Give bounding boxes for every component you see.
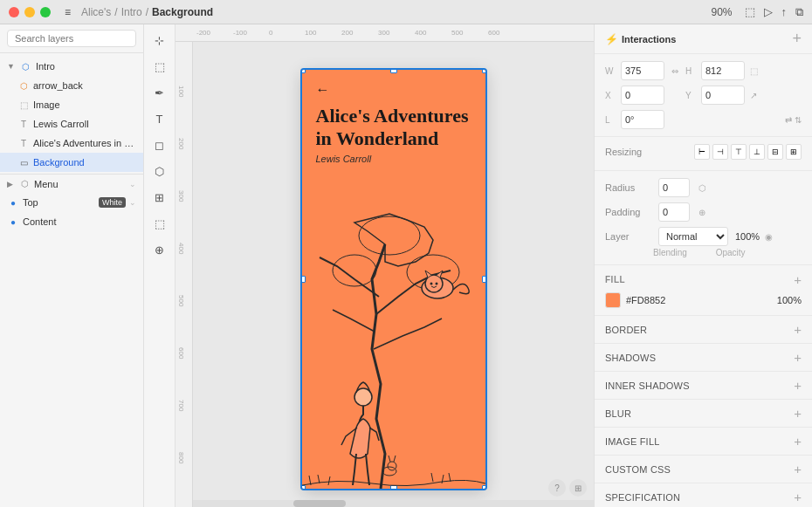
play-icon[interactable]: ▷ [764, 5, 773, 18]
shadows-row[interactable]: SHADOWS + [595, 343, 812, 371]
interactions-bar: ⚡ Interactions + [595, 24, 812, 54]
custom-css-row[interactable]: CUSTOM CSS + [595, 455, 812, 483]
fill-color-swatch[interactable] [605, 292, 621, 308]
settings-icon[interactable]: ⧉ [795, 5, 803, 19]
properties-section: Radius ⬡ Padding ⊕ Layer Normal Multiply… [595, 171, 812, 265]
layer-item-content[interactable]: ● Content [0, 212, 143, 231]
resize-bottom-btn[interactable]: ⊥ [749, 144, 765, 160]
canvas-content: ← Alice's Adventures in Wonderland Lewis… [193, 42, 594, 507]
layer-item-menu[interactable]: ▶ ⬡ Menu ⌄ [0, 174, 143, 193]
resize-fixed-btn[interactable]: ⊞ [786, 144, 802, 160]
canvas-area[interactable]: -200 -100 0 100 200 300 400 500 600 100 … [175, 24, 594, 507]
minimize-button[interactable] [24, 7, 35, 17]
tool-panel: ⊹ ⬚ ✒ T ◻ ⬡ ⊞ ⬚ ⊕ [144, 24, 175, 507]
blur-row[interactable]: BLUR + [595, 399, 812, 427]
rotation-input[interactable] [621, 110, 664, 129]
layer-item-background[interactable]: ▭ Background [0, 153, 143, 172]
resizing-label: Resizing [605, 147, 642, 157]
image-fill-row[interactable]: IMAGE FILL + [595, 427, 812, 455]
y-input[interactable] [701, 86, 745, 105]
zoom-tool[interactable]: ⊕ [148, 237, 172, 262]
layer-label: Menu [34, 179, 126, 189]
device-preview-icon[interactable]: ⬚ [745, 5, 755, 18]
layer-item-lewis[interactable]: T Lewis Carroll [0, 114, 143, 134]
scrollbar-thumb[interactable] [293, 500, 346, 507]
search-layers-input[interactable] [7, 30, 136, 47]
link-icon: ⇔ [671, 66, 678, 76]
book-illustration [302, 209, 485, 489]
layer-item-top[interactable]: ● Top White ⌄ [0, 193, 143, 212]
handle-top-mid[interactable] [390, 70, 397, 73]
fill-opacity-value[interactable]: 100% [777, 295, 802, 305]
add-specification-button[interactable]: + [794, 490, 802, 504]
phone-frame[interactable]: ← Alice's Adventures in Wonderland Lewis… [302, 70, 485, 489]
add-image-fill-button[interactable]: + [794, 434, 802, 449]
specification-row[interactable]: SPECIFICATION + [595, 483, 812, 507]
resize-top-btn[interactable]: ⊤ [731, 144, 747, 160]
image-icon: ⬚ [17, 99, 30, 111]
layer-blend-select[interactable]: Normal Multiply Screen [658, 227, 728, 246]
image-tool[interactable]: ⬚ [148, 211, 172, 236]
blending-opacity-label: Blending Opacity [605, 248, 802, 257]
handle-top-left[interactable] [302, 70, 306, 73]
ruler-tick: -100 [233, 29, 247, 37]
add-shadow-button[interactable]: + [794, 350, 802, 365]
add-inner-shadow-button[interactable]: + [794, 378, 802, 393]
close-button[interactable] [9, 7, 19, 17]
share-icon[interactable]: ↑ [781, 5, 788, 18]
ruler-tick: 700 [177, 400, 185, 411]
rect-icon: ▭ [17, 156, 30, 168]
layer-item-image[interactable]: ⬚ Image [0, 95, 143, 114]
x-input[interactable] [621, 86, 664, 105]
text-tool[interactable]: T [148, 106, 172, 131]
shape-tool[interactable]: ◻ [148, 133, 172, 157]
height-input[interactable] [701, 61, 745, 80]
maximize-button[interactable] [40, 7, 51, 17]
dimensions-section: W ⇔ H ⬚ X Y ↗ L ⇄ ⇅ [595, 54, 812, 137]
border-row[interactable]: BORDER + [595, 316, 812, 343]
frame-tool[interactable]: ⬚ [148, 54, 172, 79]
breadcrumb: Alice's / Intro / Background [81, 6, 213, 18]
card-content: ← Alice's Adventures in Wonderland Lewis… [302, 70, 485, 177]
grid-tool[interactable]: ⊞ [148, 185, 172, 209]
select-tool[interactable]: ⊹ [148, 28, 172, 52]
layer-item-intro[interactable]: ▼ ⬡ Intro [0, 57, 143, 76]
component-icon: ⬡ [17, 79, 30, 92]
breadcrumb-app[interactable]: Alice's [81, 6, 111, 18]
inner-shadows-label: INNER SHADOWS [605, 380, 690, 391]
add-blur-button[interactable]: + [794, 406, 802, 421]
ruler-tick: 600 [177, 347, 185, 359]
background-element[interactable]: ← Alice's Adventures in Wonderland Lewis… [302, 70, 485, 489]
padding-mode-icon[interactable]: ⊕ [698, 208, 705, 217]
add-interaction-button[interactable]: + [792, 30, 802, 48]
handle-top-right[interactable] [482, 70, 485, 73]
ruler-tick: 500 [451, 29, 463, 37]
add-fill-button[interactable]: + [794, 272, 802, 287]
padding-input[interactable] [658, 202, 690, 222]
resize-left-btn[interactable]: ⊢ [694, 144, 710, 160]
resize-fill-btn[interactable]: ⊟ [767, 144, 783, 160]
ruler-tick: 0 [269, 29, 272, 37]
back-arrow-icon: ← [316, 82, 471, 98]
opacity-icon[interactable]: ◉ [765, 232, 773, 242]
component-tool[interactable]: ⬡ [148, 159, 172, 183]
breadcrumb-section[interactable]: Intro [121, 6, 142, 18]
add-custom-css-button[interactable]: + [794, 462, 802, 476]
grid-button[interactable]: ⊞ [569, 479, 587, 497]
width-input[interactable] [621, 61, 664, 80]
layer-item-alice-title[interactable]: T Alice's Adventures in Wonde... [0, 134, 143, 153]
radius-mode-icon[interactable]: ⬡ [698, 183, 706, 193]
radius-input[interactable] [658, 178, 690, 197]
horizontal-scrollbar[interactable] [193, 500, 594, 507]
shadows-label: SHADOWS [605, 353, 656, 363]
add-border-button[interactable]: + [794, 322, 802, 337]
inner-shadows-row[interactable]: INNER SHADOWS + [595, 371, 812, 399]
layer-item-arrow-back[interactable]: ⬡ arrow_back [0, 76, 143, 95]
pen-tool[interactable]: ✒ [148, 80, 172, 105]
fill-hex-value[interactable]: #FD8852 [626, 295, 665, 305]
help-button[interactable]: ? [548, 479, 566, 497]
resize-center-btn[interactable]: ⊣ [712, 144, 728, 160]
layer-label: Content [23, 216, 136, 227]
svg-point-0 [333, 255, 376, 286]
menu-icon[interactable]: ≡ [65, 6, 71, 18]
